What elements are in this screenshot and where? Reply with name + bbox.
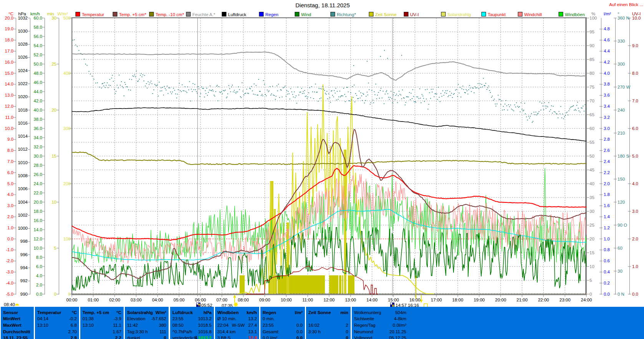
svg-text:-1.0: -1.0 <box>6 247 13 252</box>
svg-text:400: 400 <box>63 71 71 76</box>
svg-text:330: 330 <box>618 39 625 43</box>
svg-text:2.2: 2.2 <box>604 170 610 175</box>
svg-text:992: 992 <box>20 278 28 283</box>
svg-text:998: 998 <box>20 239 28 244</box>
svg-text:2.0: 2.0 <box>604 181 610 186</box>
svg-text:70: 70 <box>589 99 594 103</box>
svg-text:02:00: 02:00 <box>109 298 120 302</box>
svg-text:44.0: 44.0 <box>34 89 42 94</box>
svg-text:Wind: Wind <box>301 12 311 17</box>
svg-text:1022: 1022 <box>18 81 28 86</box>
svg-text:1.2: 1.2 <box>604 225 610 230</box>
svg-text:3.0: 3.0 <box>604 126 610 131</box>
svg-text:0.4: 0.4 <box>604 270 610 274</box>
svg-text:1008: 1008 <box>18 173 28 178</box>
svg-text:2.0: 2.0 <box>7 214 13 219</box>
svg-text:1032: 1032 <box>18 16 28 20</box>
svg-text:-3.0: -3.0 <box>6 270 13 274</box>
svg-text:3.2: 3.2 <box>604 115 610 120</box>
svg-text:Luftdruck: Luftdruck <box>228 12 247 17</box>
svg-text:min: min <box>47 12 54 16</box>
svg-text:Zeit Sonne: Zeit Sonne <box>375 12 397 17</box>
svg-text:50: 50 <box>589 154 594 158</box>
svg-text:0.0: 0.0 <box>36 292 42 296</box>
svg-text:15: 15 <box>51 154 56 158</box>
svg-text:15.0: 15.0 <box>5 71 13 76</box>
svg-text:1.0: 1.0 <box>7 225 13 230</box>
svg-text:65: 65 <box>589 112 594 117</box>
svg-text:30: 30 <box>51 16 56 20</box>
svg-text:1016: 1016 <box>18 121 28 125</box>
svg-text:-2.0: -2.0 <box>6 258 13 263</box>
svg-text:08:40: 08:40 <box>4 302 15 307</box>
svg-text:15:00: 15:00 <box>388 298 399 302</box>
svg-text:3.6: 3.6 <box>604 93 610 97</box>
svg-text:11:00: 11:00 <box>302 298 313 302</box>
svg-text:3.8: 3.8 <box>604 82 610 86</box>
svg-text:5: 5 <box>589 278 592 283</box>
svg-text:°C: °C <box>8 12 13 16</box>
svg-text:10.0: 10.0 <box>5 126 13 131</box>
svg-text:85: 85 <box>589 57 594 62</box>
svg-text:20: 20 <box>51 108 56 112</box>
svg-text:08:00: 08:00 <box>238 298 249 302</box>
svg-text:0.8: 0.8 <box>604 247 610 252</box>
svg-text:Richtung*: Richtung* <box>337 12 356 17</box>
svg-text:21:00: 21:00 <box>517 298 528 302</box>
svg-text:34.0: 34.0 <box>34 135 42 140</box>
svg-text:1030: 1030 <box>18 29 28 33</box>
svg-text:-5.0: -5.0 <box>6 292 13 296</box>
svg-text:3.4: 3.4 <box>604 104 610 109</box>
svg-text:150: 150 <box>618 177 625 181</box>
svg-text:hPa: hPa <box>18 12 26 16</box>
svg-text:270 W: 270 W <box>618 85 630 89</box>
svg-text:UV-I: UV-I <box>632 12 641 16</box>
svg-text:16.0: 16.0 <box>34 218 42 223</box>
svg-text:Auf einen Blick ...: Auf einen Blick ... <box>609 2 643 7</box>
svg-text:8.0: 8.0 <box>36 255 42 260</box>
svg-text:17:00: 17:00 <box>431 298 442 302</box>
svg-text:14.0: 14.0 <box>5 82 13 86</box>
svg-text:0: 0 <box>54 292 56 296</box>
svg-text:%: % <box>591 12 595 16</box>
svg-text:19.0: 19.0 <box>5 26 13 31</box>
svg-text:l/m²: l/m² <box>604 12 611 16</box>
svg-text:UV-I: UV-I <box>410 12 419 17</box>
svg-text:Windchill: Windchill <box>524 12 542 17</box>
svg-text:18:00: 18:00 <box>452 298 464 302</box>
svg-text:06:00: 06:00 <box>195 298 206 302</box>
svg-text:30.0: 30.0 <box>34 154 42 158</box>
svg-text:8.0: 8.0 <box>632 71 638 76</box>
svg-text:0.0: 0.0 <box>604 292 610 296</box>
svg-text:100: 100 <box>63 237 71 241</box>
svg-text:60: 60 <box>589 126 594 131</box>
svg-text:1.6: 1.6 <box>604 203 610 208</box>
svg-text:12.0: 12.0 <box>34 237 42 241</box>
svg-text:Feuchte A.*: Feuchte A.* <box>192 12 215 17</box>
svg-text:90: 90 <box>589 43 594 48</box>
svg-text:8.0: 8.0 <box>7 148 13 153</box>
svg-text:24.0: 24.0 <box>34 181 42 186</box>
svg-text:01:00: 01:00 <box>88 298 99 302</box>
svg-text:990: 990 <box>20 292 28 296</box>
svg-text:4.0: 4.0 <box>604 71 610 76</box>
svg-text:300: 300 <box>618 62 625 66</box>
svg-text:4.0: 4.0 <box>632 181 638 186</box>
svg-text:24:00: 24:00 <box>581 298 592 302</box>
svg-text:25: 25 <box>589 223 594 227</box>
svg-text:180 S: 180 S <box>618 154 629 158</box>
svg-text:4.4: 4.4 <box>604 49 610 53</box>
svg-text:20.0: 20.0 <box>5 16 13 20</box>
svg-text:100: 100 <box>589 16 597 20</box>
svg-text:Temp. +5 cm*: Temp. +5 cm* <box>119 12 146 17</box>
svg-text:22:00: 22:00 <box>538 298 549 302</box>
svg-text:210: 210 <box>618 131 625 135</box>
svg-text:40.0: 40.0 <box>34 108 42 112</box>
svg-text:-4.0: -4.0 <box>6 281 13 285</box>
svg-text:9.0: 9.0 <box>632 43 638 48</box>
svg-text:1.0: 1.0 <box>604 237 610 241</box>
svg-text:1000: 1000 <box>18 226 28 230</box>
svg-text:1.0: 1.0 <box>632 264 638 269</box>
svg-text:56.0: 56.0 <box>34 34 42 39</box>
svg-text:996: 996 <box>20 252 28 257</box>
